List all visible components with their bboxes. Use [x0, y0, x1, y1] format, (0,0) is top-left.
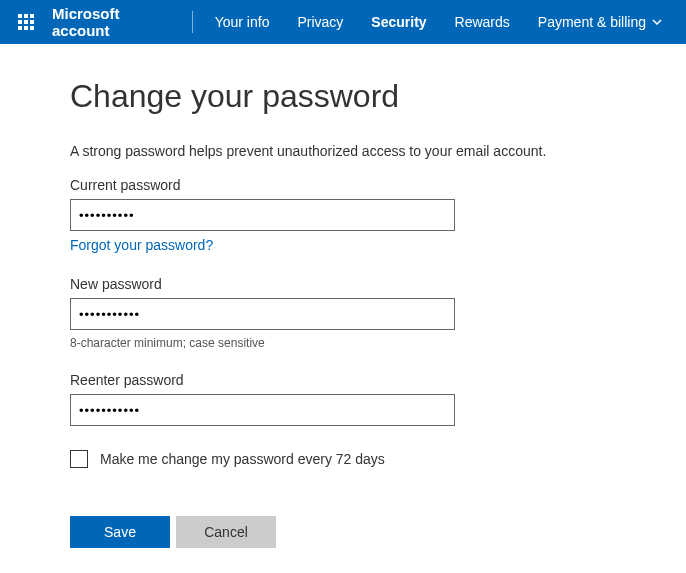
- new-password-input[interactable]: [70, 298, 455, 330]
- nav-privacy[interactable]: Privacy: [283, 0, 357, 44]
- new-password-label: New password: [70, 276, 560, 292]
- top-nav-bar: Microsoft account Your info Privacy Secu…: [0, 0, 686, 44]
- current-password-block: Current password Forgot your password?: [70, 177, 560, 254]
- nav-payment-billing-label: Payment & billing: [538, 14, 646, 30]
- new-password-hint: 8-character minimum; case sensitive: [70, 336, 560, 350]
- reenter-password-input[interactable]: [70, 394, 455, 426]
- chevron-down-icon: [652, 19, 662, 25]
- current-password-label: Current password: [70, 177, 560, 193]
- nav-divider: [192, 11, 193, 33]
- change-every-checkbox[interactable]: [70, 450, 88, 468]
- brand-title[interactable]: Microsoft account: [52, 5, 192, 39]
- page-subtitle: A strong password helps prevent unauthor…: [70, 143, 560, 159]
- reenter-password-label: Reenter password: [70, 372, 560, 388]
- button-row: Save Cancel: [70, 516, 560, 548]
- change-every-label: Make me change my password every 72 days: [100, 451, 385, 467]
- nav-rewards[interactable]: Rewards: [441, 0, 524, 44]
- app-launcher-icon[interactable]: [10, 6, 42, 38]
- nav-security[interactable]: Security: [357, 0, 440, 44]
- reenter-password-block: Reenter password: [70, 372, 560, 426]
- new-password-block: New password 8-character minimum; case s…: [70, 276, 560, 350]
- page-title: Change your password: [70, 78, 560, 115]
- forgot-password-link[interactable]: Forgot your password?: [70, 237, 213, 253]
- cancel-button[interactable]: Cancel: [176, 516, 276, 548]
- current-password-input[interactable]: [70, 199, 455, 231]
- nav-payment-billing[interactable]: Payment & billing: [524, 0, 676, 44]
- nav-your-info[interactable]: Your info: [201, 0, 284, 44]
- save-button[interactable]: Save: [70, 516, 170, 548]
- main-content: Change your password A strong password h…: [0, 44, 560, 548]
- change-every-checkbox-row[interactable]: Make me change my password every 72 days: [70, 450, 560, 468]
